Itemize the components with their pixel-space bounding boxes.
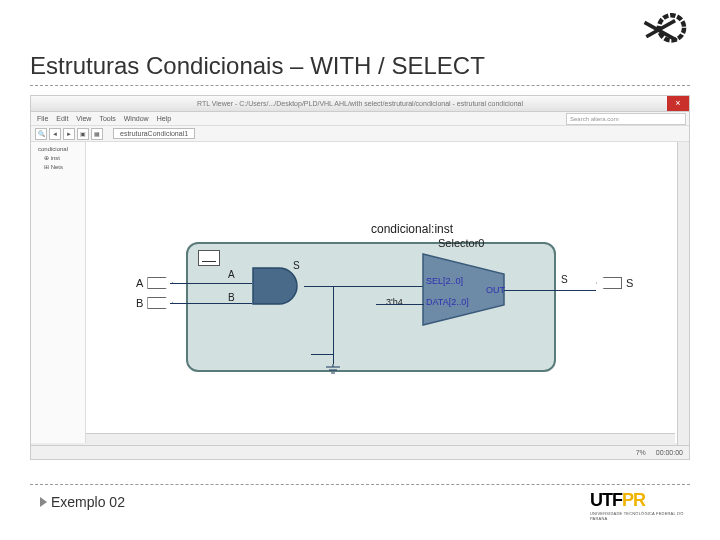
wire (170, 303, 252, 304)
scrollbar-vertical[interactable] (677, 142, 689, 445)
tab-current[interactable]: estruturaCondicional1 (113, 128, 195, 139)
tree-nets[interactable]: ⊞ Nets (34, 162, 82, 171)
instance-name: condicional:inst (371, 222, 453, 236)
slide: Estruturas Condicionais – WITH / SELECT … (0, 0, 720, 540)
tree-root[interactable]: condicional (34, 145, 82, 153)
titlebar-text: RTL Viewer - C:/Users/.../Desktop/PLD/VH… (197, 100, 523, 107)
schematic-canvas[interactable]: condicional:inst A B A B S (86, 142, 689, 443)
tool-expand-icon[interactable]: ▣ (77, 128, 89, 140)
close-button[interactable]: × (667, 96, 689, 111)
wire (333, 286, 334, 364)
menu-file[interactable]: File (37, 115, 48, 122)
page-title: Estruturas Condicionais – WITH / SELECT (30, 52, 485, 80)
subblock-icon (198, 250, 220, 266)
data-constant: 3'h4 (386, 297, 403, 307)
port-A: A (136, 277, 173, 289)
search-input[interactable]: Search altera.com (566, 113, 686, 125)
toolbar: 🔍 ◄ ► ▣ ▦ estruturaCondicional1 (31, 126, 689, 142)
tool-back-icon[interactable]: ◄ (49, 128, 61, 140)
utfpr-logo-text: UTFPR (590, 490, 645, 511)
ground-icon (326, 364, 340, 376)
hierarchy-panel: condicional ⊕ inst ⊞ Nets (31, 142, 86, 443)
status-zoom: 7% (636, 449, 646, 456)
tool-more-icon[interactable]: ▦ (91, 128, 103, 140)
body-area: condicional ⊕ inst ⊞ Nets condicional:in… (31, 142, 689, 443)
port-B: B (136, 297, 173, 309)
menu-edit[interactable]: Edit (56, 115, 68, 122)
wire (376, 304, 424, 305)
mux-name: Selector0 (438, 237, 484, 249)
wire (304, 286, 424, 287)
menu-view[interactable]: View (76, 115, 91, 122)
mux-out-label: OUT (486, 285, 505, 295)
statusbar: 7% 00:00:00 (31, 445, 689, 459)
utfpr-logo: UTFPR UNIVERSIDADE TECNOLÓGICA FEDERAL D… (590, 490, 690, 522)
footer-caption-text: Exemplo 02 (51, 494, 125, 510)
divider (30, 85, 690, 86)
and-gate-icon (251, 266, 306, 306)
inner-port-S-out: S (561, 274, 568, 285)
footer-caption: Exemplo 02 (40, 494, 125, 510)
wire (311, 354, 333, 355)
inner-port-A: A (228, 269, 235, 280)
inner-port-B: B (228, 292, 235, 303)
wire (504, 290, 596, 291)
app-window: RTL Viewer - C:/Users/.../Desktop/PLD/VH… (30, 95, 690, 460)
status-coord: 00:00:00 (656, 449, 683, 456)
tree-inst[interactable]: ⊕ inst (34, 153, 82, 162)
divider (30, 484, 690, 485)
wire (170, 283, 252, 284)
port-S-label: S (626, 277, 633, 289)
titlebar: RTL Viewer - C:/Users/.../Desktop/PLD/VH… (31, 96, 689, 112)
port-S: S (596, 277, 633, 289)
menu-tools[interactable]: Tools (99, 115, 115, 122)
scrollbar-horizontal[interactable] (86, 433, 675, 445)
port-A-label: A (136, 277, 143, 289)
port-B-label: B (136, 297, 143, 309)
mux-sel-label: SEL[2..0] (426, 276, 463, 286)
pin-out-icon (596, 277, 622, 289)
mux-data-label: DATA[2..0] (426, 297, 469, 307)
institution-logo-icon (635, 8, 690, 53)
menu-window[interactable]: Window (124, 115, 149, 122)
bullet-icon (40, 497, 47, 507)
tool-zoom-icon[interactable]: 🔍 (35, 128, 47, 140)
menu-help[interactable]: Help (157, 115, 171, 122)
tool-fwd-icon[interactable]: ► (63, 128, 75, 140)
utfpr-logo-sub: UNIVERSIDADE TECNOLÓGICA FEDERAL DO PARA… (590, 511, 690, 521)
